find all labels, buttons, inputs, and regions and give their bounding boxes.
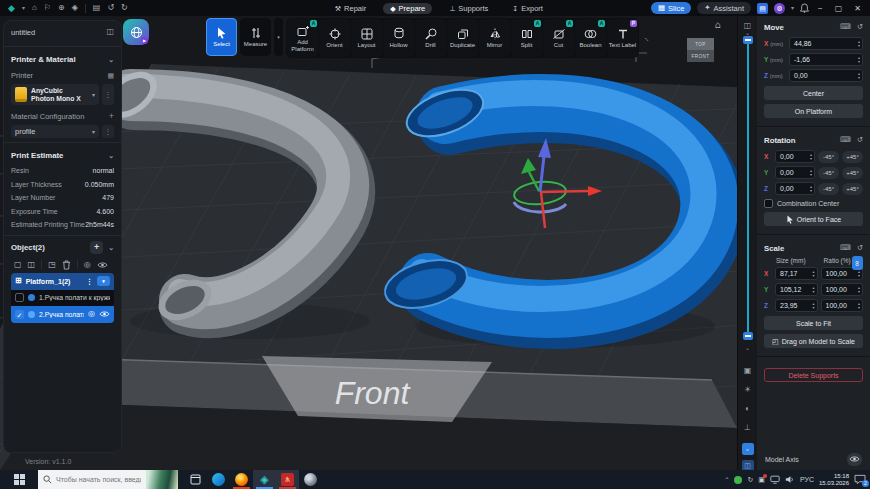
- bell-icon[interactable]: [800, 3, 809, 13]
- close-button[interactable]: ✕: [851, 4, 864, 13]
- taskbar-app-firefox[interactable]: [230, 470, 253, 489]
- center-button[interactable]: Center: [764, 86, 863, 100]
- home-icon[interactable]: ⌂: [32, 4, 37, 12]
- collapse-panel-icon[interactable]: ◫: [106, 28, 114, 36]
- minimize-button[interactable]: −: [815, 4, 826, 13]
- view-cube[interactable]: TOP FRONT: [687, 38, 714, 62]
- undo-icon[interactable]: ↺: [107, 4, 114, 12]
- profile-options-kebab[interactable]: ⋮: [102, 125, 114, 138]
- view-home-icon[interactable]: ⌂: [715, 20, 721, 30]
- select-all-checkbox[interactable]: ▢: [14, 261, 22, 269]
- stepper[interactable]: ▴▾: [858, 40, 860, 48]
- numpad-icon[interactable]: ⌨: [840, 23, 851, 31]
- scale-y-ratio-input[interactable]: 100,00▴▾: [821, 283, 864, 296]
- scale-z-size-input[interactable]: 23,95▴▾: [775, 299, 818, 312]
- rotation-z-input[interactable]: 0,00▴▾: [775, 182, 815, 195]
- tray-sync-icon[interactable]: ↻: [747, 476, 753, 483]
- on-platform-button[interactable]: On Platform: [764, 104, 863, 118]
- chevron-down-icon[interactable]: ⌄: [108, 244, 114, 251]
- collapse-right-panel-icon[interactable]: ◫: [744, 22, 752, 30]
- slider-top-handle[interactable]: [743, 36, 753, 44]
- notification-center-button[interactable]: 2: [854, 474, 866, 485]
- community-icon[interactable]: ⊕: [58, 4, 65, 12]
- rotation-y-input[interactable]: 0,00▴▾: [775, 166, 815, 179]
- clone-object-icon[interactable]: ◫: [28, 261, 36, 269]
- slice-button[interactable]: ▦Slice: [651, 2, 691, 14]
- scale-z-ratio-input[interactable]: 100,00▴▾: [821, 299, 864, 312]
- model-library-icon[interactable]: ◈: [72, 4, 78, 12]
- chevron-up-icon[interactable]: ⌃: [745, 348, 750, 362]
- light-icon[interactable]: ☀: [744, 386, 751, 400]
- platform-axis-icon[interactable]: ⊥: [744, 424, 751, 438]
- search-highlight-image[interactable]: [146, 470, 178, 489]
- task-view-button[interactable]: [184, 470, 207, 489]
- rotate-x-minus45-button[interactable]: -45°: [818, 151, 839, 163]
- tool-drill[interactable]: Drill: [415, 19, 446, 57]
- clock[interactable]: 15:1815.03.2026: [819, 473, 849, 487]
- redo-icon[interactable]: ↻: [121, 4, 128, 12]
- tool-duplicate[interactable]: Duplicate: [447, 19, 478, 57]
- search-input[interactable]: [56, 476, 141, 483]
- news-icon[interactable]: ▤: [757, 3, 768, 14]
- rotation-x-input[interactable]: 0,00▴▾: [775, 150, 815, 163]
- taskbar-app-6[interactable]: [299, 470, 322, 489]
- menu-prepare[interactable]: ◆Prepare: [383, 3, 432, 14]
- move-y-input[interactable]: -1,66▴▾: [789, 53, 863, 66]
- tool-orient[interactable]: Orient: [319, 19, 350, 57]
- tool-split[interactable]: A Split: [511, 19, 542, 57]
- view-cube-top-face[interactable]: TOP: [687, 38, 714, 50]
- combination-center-checkbox[interactable]: [764, 199, 773, 208]
- tool-measure[interactable]: Measure: [240, 18, 271, 56]
- model-axis-visibility-button[interactable]: [847, 453, 862, 466]
- tray-alert-icon[interactable]: ▣: [758, 476, 765, 483]
- uniform-scale-lock-button[interactable]: ∞: [852, 256, 863, 270]
- platform-group-header[interactable]: ⊞ Platform_1(2) ⋮ ▾: [11, 273, 114, 290]
- active-view-tool-icon[interactable]: ▫: [742, 443, 754, 455]
- perspective-icon[interactable]: ▣: [744, 367, 752, 381]
- tray-expand-icon[interactable]: ⌃: [724, 477, 729, 483]
- add-material-icon[interactable]: +: [109, 112, 114, 121]
- delete-supports-button[interactable]: Delete Supports: [764, 368, 863, 382]
- tray-green-icon[interactable]: [734, 476, 742, 484]
- tool-text-label[interactable]: P Text Label: [607, 19, 638, 57]
- taskbar-app-red[interactable]: 永: [276, 470, 299, 489]
- taskbar-app-edge[interactable]: [207, 470, 230, 489]
- save-icon[interactable]: ▤: [93, 4, 101, 12]
- rotate-y-minus45-button[interactable]: -45°: [818, 167, 839, 179]
- volume-icon[interactable]: [785, 475, 795, 484]
- scale-x-size-input[interactable]: 87,17▴▾: [775, 267, 818, 280]
- combination-center-row[interactable]: Combination Center: [764, 199, 863, 208]
- group-kebab-icon[interactable]: ⋮: [86, 278, 93, 285]
- app-menu-chevron-icon[interactable]: ▾: [22, 5, 25, 11]
- menu-supports[interactable]: ⊥Supports: [442, 3, 495, 14]
- rotate-x-plus45-button[interactable]: +45°: [842, 151, 863, 163]
- slider-bottom-handle[interactable]: [743, 332, 753, 340]
- toolbar-collapse-icon[interactable]: ↔: [643, 33, 653, 43]
- reset-move-icon[interactable]: ↺: [857, 23, 863, 31]
- numpad-icon[interactable]: ⌨: [840, 136, 851, 144]
- tool-select[interactable]: Select: [206, 18, 237, 56]
- add-object-button[interactable]: +: [90, 241, 103, 254]
- item-checkbox-checked[interactable]: ✓: [15, 310, 24, 319]
- object-header[interactable]: Object(2) + ⌄: [11, 239, 114, 257]
- printer-manage-icon[interactable]: ▦: [107, 72, 114, 79]
- tool-boolean[interactable]: A Boolean: [575, 19, 606, 57]
- profile-select[interactable]: profile ▾: [11, 125, 99, 138]
- numpad-icon[interactable]: ⌨: [840, 244, 851, 252]
- tool-cut[interactable]: A Cut: [543, 19, 574, 57]
- user-avatar[interactable]: ⚙: [774, 3, 785, 14]
- hide-object-icon[interactable]: [97, 261, 108, 269]
- object-list-item-1[interactable]: 1.Ручка полати к кружке ...: [11, 290, 114, 307]
- drag-to-scale-button[interactable]: ◰ Drag on Model to Scale: [764, 334, 863, 348]
- taskbar-search[interactable]: [38, 470, 178, 489]
- delete-object-icon[interactable]: [62, 260, 71, 270]
- assistant-button[interactable]: ✦Assistant: [697, 2, 751, 14]
- reset-rotation-icon[interactable]: ↺: [857, 136, 863, 144]
- scale-to-fit-button[interactable]: Scale to Fit: [764, 316, 863, 330]
- reset-scale-icon[interactable]: ↺: [857, 244, 863, 252]
- stepper[interactable]: ▴▾: [858, 72, 860, 80]
- move-z-input[interactable]: 0,00▴▾: [789, 69, 863, 82]
- rotate-y-plus45-button[interactable]: +45°: [842, 167, 863, 179]
- restore-button[interactable]: ▢: [832, 4, 846, 13]
- menu-repair[interactable]: ⚒Repair: [328, 3, 373, 14]
